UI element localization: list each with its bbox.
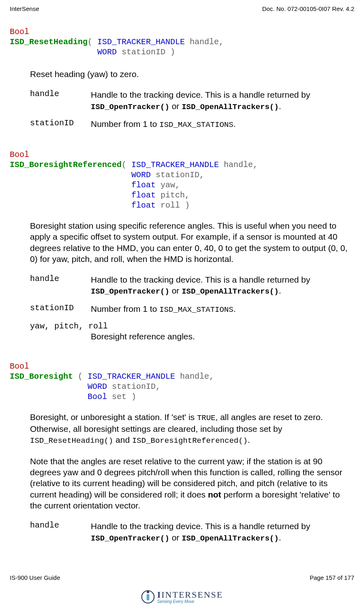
fn2-desc: Boresight station using specific referen… bbox=[30, 220, 352, 264]
t: Number from 1 to bbox=[91, 304, 159, 313]
mono: ISD_OpenAllTrackers() bbox=[182, 103, 278, 112]
mono: ISD_OpenTracker() bbox=[91, 287, 169, 296]
param-name: stationID bbox=[30, 303, 91, 313]
fn2-ret: Bool bbox=[10, 150, 29, 159]
fn2-param-station: stationID Number from 1 to ISD_MAX_STATI… bbox=[30, 303, 352, 315]
fn1-t1: ISD_TRACKER_HANDLE bbox=[97, 37, 185, 47]
logo-icon bbox=[141, 590, 155, 604]
mono: ISD_ResetHeading() bbox=[30, 436, 113, 445]
fn3-ret: Bool bbox=[10, 362, 29, 371]
t: and bbox=[113, 435, 132, 444]
fn1-desc: Reset heading (yaw) to zero. bbox=[30, 69, 352, 79]
mono: ISD_MAX_STATIONS bbox=[159, 305, 233, 314]
fn1-a2: stationID ) bbox=[117, 47, 175, 57]
a: yaw, bbox=[156, 180, 180, 190]
param-desc: Number from 1 to ISD_MAX_STATIONS. bbox=[91, 118, 352, 130]
fn1-p1: ( bbox=[88, 37, 97, 47]
t: . bbox=[279, 101, 281, 111]
page: InterSense Doc. No. 072-00105-0I07 Rev. … bbox=[0, 0, 364, 607]
pad bbox=[10, 201, 131, 210]
header-right: Doc. No. 072-00105-0I07 Rev. 4.2 bbox=[262, 5, 354, 12]
fn1-t2: WORD bbox=[97, 47, 117, 57]
t: float bbox=[131, 191, 156, 200]
a: handle, bbox=[219, 160, 258, 169]
fn1-param-handle: handle Handle to the tracking device. Th… bbox=[30, 89, 352, 112]
bold-not: not bbox=[208, 490, 221, 499]
header-row: InterSense Doc. No. 072-00105-0I07 Rev. … bbox=[10, 5, 354, 12]
fn3-signature: Bool ISD_Boresight ( ISD_TRACKER_HANDLE … bbox=[10, 361, 354, 402]
param-desc: Handle to the tracking device. This is a… bbox=[91, 89, 352, 112]
param-desc: Boresight reference angles. bbox=[91, 331, 352, 342]
param-name: handle bbox=[30, 274, 91, 283]
param-name: handle bbox=[30, 521, 91, 530]
fn2-param-ypr: yaw, pitch, roll Boresight reference ang… bbox=[30, 322, 352, 342]
p: ( bbox=[73, 372, 88, 381]
fn3-desc1: Boresight, or unboresight a station. If … bbox=[30, 412, 352, 446]
fn3-desc2: Note that the angles are reset relative … bbox=[30, 456, 352, 511]
pad bbox=[10, 392, 88, 401]
param-name: yaw, pitch, roll bbox=[30, 322, 352, 331]
fn2-params: handle Handle to the tracking device. Th… bbox=[30, 274, 352, 342]
t: . bbox=[279, 286, 281, 295]
t: float bbox=[131, 180, 156, 190]
mono: ISD_OpenTracker() bbox=[91, 534, 169, 543]
mono: ISD_OpenAllTrackers() bbox=[182, 534, 278, 543]
mono: ISD_MAX_STATIONS bbox=[159, 120, 233, 129]
fn1-signature: Bool ISD_ResetHeading( ISD_TRACKER_HANDL… bbox=[10, 27, 354, 57]
mono: TRUE bbox=[197, 414, 216, 423]
fn3-name: ISD_Boresight bbox=[10, 372, 73, 381]
p: ( bbox=[122, 160, 131, 169]
t: ISD_TRACKER_HANDLE bbox=[131, 160, 219, 169]
pad bbox=[10, 191, 131, 200]
t: Handle to the tracking device. This is a… bbox=[91, 90, 310, 99]
fn1-ret: Bool bbox=[10, 27, 29, 36]
fn2-name: ISD_BoresightReferenced bbox=[10, 160, 122, 169]
param-name: handle bbox=[30, 89, 91, 99]
a: roll ) bbox=[156, 201, 190, 210]
pad bbox=[10, 382, 88, 391]
a: set ) bbox=[107, 392, 136, 401]
footer-right: Page 157 of 177 bbox=[310, 574, 354, 581]
a: stationID, bbox=[151, 170, 204, 180]
logo-name: IINTERSENSE bbox=[157, 590, 223, 599]
fn3-params: handle Handle to the tracking device. Th… bbox=[30, 521, 352, 543]
a: pitch, bbox=[156, 191, 190, 200]
t: float bbox=[131, 201, 156, 210]
logo: IINTERSENSE Sensing Every Move bbox=[0, 590, 364, 605]
param-desc: Number from 1 to ISD_MAX_STATIONS. bbox=[91, 303, 352, 315]
fn3-param-handle: handle Handle to the tracking device. Th… bbox=[30, 521, 352, 543]
logo-text: IINTERSENSE Sensing Every Move bbox=[157, 590, 223, 604]
t: . bbox=[233, 119, 236, 129]
fn1-param-station: stationID Number from 1 to ISD_MAX_STATI… bbox=[30, 118, 352, 130]
mono: ISD_BoresightReferenced() bbox=[132, 436, 248, 445]
pad bbox=[10, 180, 131, 190]
t: Handle to the tracking device. This is a… bbox=[91, 275, 310, 284]
fn2-signature: Bool ISD_BoresightReferenced( ISD_TRACKE… bbox=[10, 150, 354, 210]
t: Number from 1 to bbox=[91, 119, 159, 129]
footer-row: IS-900 User Guide Page 157 of 177 bbox=[10, 574, 354, 581]
footer-left: IS-900 User Guide bbox=[10, 574, 60, 581]
header-left: InterSense bbox=[10, 5, 39, 12]
t: . bbox=[233, 304, 236, 313]
svg-rect-2 bbox=[146, 594, 149, 600]
mono: ISD_OpenAllTrackers() bbox=[182, 287, 278, 296]
t: . bbox=[248, 435, 250, 444]
fn1-params: handle Handle to the tracking device. Th… bbox=[30, 89, 352, 130]
t: . bbox=[279, 533, 281, 542]
t: ISD_TRACKER_HANDLE bbox=[88, 372, 175, 381]
fn1-pad bbox=[10, 47, 97, 57]
logo-name-text: INTERSENSE bbox=[161, 590, 223, 600]
param-name: stationID bbox=[30, 118, 91, 128]
t: or bbox=[169, 101, 182, 111]
t: Boresight, or unboresight a station. If … bbox=[30, 412, 197, 422]
fn2-param-handle: handle Handle to the tracking device. Th… bbox=[30, 274, 352, 297]
fn1-a1: handle, bbox=[185, 37, 224, 47]
t: Handle to the tracking device. This is a… bbox=[91, 521, 310, 531]
param-desc: Handle to the tracking device. This is a… bbox=[91, 521, 352, 543]
a: handle, bbox=[175, 372, 214, 381]
t: WORD bbox=[88, 382, 107, 391]
logo-tagline: Sensing Every Move bbox=[157, 600, 195, 604]
t: Bool bbox=[88, 392, 107, 401]
a: stationID, bbox=[107, 382, 161, 391]
fn1-name: ISD_ResetHeading bbox=[10, 37, 88, 47]
